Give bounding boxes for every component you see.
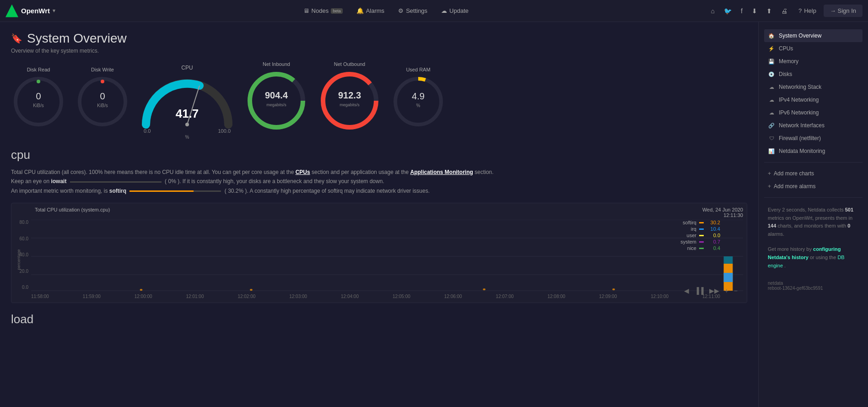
sidebar-item-networking-stack[interactable]: ☁ Networking Stack — [764, 81, 863, 93]
page-header: 🔖 System Overview Overview of the key sy… — [11, 31, 747, 54]
disk-read-gauge[interactable]: Disk Read 0 KiB/s — [11, 67, 66, 129]
svg-point-32 — [483, 288, 485, 290]
softirq-label: softirq — [109, 188, 126, 194]
svg-text:41.7: 41.7 — [176, 107, 199, 120]
sidebar-item-firewall[interactable]: 🛡 Firewall (netfilter) — [764, 132, 863, 145]
print-icon[interactable]: 🖨 — [777, 5, 791, 17]
nav-nodes[interactable]: 🖥 Nodes beta — [298, 5, 348, 17]
nav-update[interactable]: ☁ Update — [436, 5, 474, 17]
sidebar-item-cpus[interactable]: ⚡ CPUs — [764, 42, 863, 55]
cpu-desc-3: section. — [474, 169, 493, 175]
page-subtitle: Overview of the key system metrics. — [11, 48, 747, 54]
cpu-gauge[interactable]: CPU 41.7 0.0 — [139, 65, 235, 131]
cpu-section-title: cpu — [11, 148, 747, 162]
used-ram-label: Used RAM — [391, 67, 446, 72]
upload-icon[interactable]: ⬆ — [763, 5, 776, 17]
svg-text:megabits/s: megabits/s — [340, 103, 360, 107]
chart-play-fwd[interactable]: ▶▶ — [707, 286, 721, 295]
apps-link[interactable]: Applications Monitoring — [410, 169, 473, 175]
cpu-chart-svg[interactable] — [31, 220, 743, 293]
bell-icon: 🔔 — [356, 7, 364, 14]
sidebar-history-info: Get more history by configuring Netdata'… — [764, 242, 863, 273]
chart-zoom-out[interactable]: − — [732, 286, 739, 295]
sidebar-label-firewall: Firewall (netfilter) — [779, 135, 821, 141]
softirq-legend-dot — [699, 222, 704, 223]
facebook-icon[interactable]: f — [737, 5, 746, 17]
chart-y-axis-label: percentage — [16, 249, 21, 270]
sidebar-item-ipv6[interactable]: ☁ IPv6 Networking — [764, 106, 863, 119]
main-layout: 🔖 System Overview Overview of the key sy… — [0, 22, 868, 407]
svg-text:0: 0 — [36, 91, 41, 101]
svg-point-21 — [395, 79, 441, 125]
chart-play-back[interactable]: ◀ — [682, 286, 691, 295]
sidebar-label-ipv4: IPv4 Networking — [779, 97, 819, 103]
used-ram-gauge[interactable]: Used RAM 4.9 % — [391, 67, 446, 129]
cpu-desc-1: Total CPU utilization (all cores). 100% … — [11, 169, 294, 175]
cpu-range-max: 100.0 — [218, 128, 231, 134]
sidebar-label-cpus: CPUs — [779, 45, 793, 52]
nodes-label: Nodes — [312, 7, 329, 14]
svg-text:%: % — [416, 103, 421, 108]
github-icon[interactable]: ⌂ — [707, 5, 718, 17]
sidebar-nav: 🏠 System Overview ⚡ CPUs 💾 Memory 💿 Disk… — [764, 29, 863, 157]
add-more-charts-button[interactable]: + Add more charts — [764, 167, 863, 180]
svg-point-5 — [80, 79, 125, 125]
cpu-description: Total CPU utilization (all cores). 100% … — [11, 168, 747, 195]
help-icon: ? — [798, 7, 802, 14]
sidebar-label-memory: Memory — [779, 58, 798, 65]
cpu-gauge-svg: 41.7 — [139, 72, 235, 131]
load-section-title: load — [11, 312, 747, 326]
softirq-value: ( 30.2% ). — [225, 188, 248, 194]
net-inbound-gauge[interactable]: Net Inbound 904.4 megabits/s — [244, 61, 308, 134]
sidebar-item-memory[interactable]: 💾 Memory — [764, 55, 863, 68]
irq-legend-dot — [699, 228, 704, 230]
svg-point-30 — [140, 289, 143, 291]
nav-settings[interactable]: ⚙ Settings — [393, 5, 433, 17]
softirq-bar — [129, 190, 221, 192]
svg-text:0: 0 — [100, 91, 105, 101]
sidebar-item-netdata-monitoring[interactable]: 📊 Netdata Monitoring — [764, 145, 863, 157]
nav-help[interactable]: ? Help — [793, 5, 822, 17]
help-label: Help — [804, 7, 816, 14]
sidebar-divider-2 — [764, 197, 863, 198]
disk-write-gauge[interactable]: Disk Write 0 KiB/s — [75, 67, 130, 129]
cpu-chart: Total CPU utilization (system.cpu) Wed, … — [11, 203, 747, 303]
app-logo[interactable]: OpenWrt ▾ — [5, 5, 55, 17]
sidebar-footer: netdata reboot-13624-gef63bc9591 — [764, 277, 863, 294]
nav-center: 🖥 Nodes beta 🔔 Alarms ⚙ Settings ☁ Updat… — [65, 5, 707, 17]
download-icon[interactable]: ⬇ — [748, 5, 761, 17]
legend-item-system: system 0.7 — [680, 239, 720, 244]
iowait-value: ( 0% ). — [165, 178, 181, 185]
sidebar-item-system-overview[interactable]: 🏠 System Overview — [764, 29, 863, 42]
history-or: or using the — [810, 255, 838, 260]
net-inbound-label: Net Inbound — [244, 61, 308, 67]
net-inbound-svg: 904.4 megabits/s — [244, 69, 308, 133]
add-more-alarms-button[interactable]: + Add more alarms — [764, 180, 863, 193]
logo-dropdown-icon[interactable]: ▾ — [53, 8, 55, 14]
nice-legend-dot — [699, 248, 704, 249]
signin-button[interactable]: → Sign In — [824, 5, 863, 17]
system-legend-dot — [699, 241, 704, 243]
ipv6-icon: ☁ — [768, 110, 775, 116]
chart-pause[interactable]: ▐▐ — [693, 286, 706, 295]
svg-point-4 — [37, 80, 40, 83]
chart-zoom-in[interactable]: + — [723, 286, 730, 295]
twitter-icon[interactable]: 🐦 — [720, 5, 735, 17]
bookmark-icon: 🔖 — [11, 33, 22, 44]
nav-alarms[interactable]: 🔔 Alarms — [351, 5, 390, 17]
net-outbound-label: Net Outbound — [318, 61, 382, 67]
net-outbound-gauge[interactable]: Net Outbound 912.3 megabits/s — [318, 61, 382, 134]
cloud-net-icon: ☁ — [768, 84, 775, 90]
chart-controls: ◀ ▐▐ ▶▶ + − — [682, 286, 739, 295]
svg-rect-35 — [724, 273, 733, 282]
sidebar-label-network-interfaces: Network Interfaces — [779, 122, 825, 129]
cpus-link[interactable]: CPUs — [296, 169, 310, 175]
sidebar-item-disks[interactable]: 💿 Disks — [764, 68, 863, 81]
chart-icon: 📊 — [768, 148, 775, 154]
svg-text:912.3: 912.3 — [338, 90, 361, 100]
page-title-container: 🔖 System Overview — [11, 31, 747, 46]
sidebar-item-network-interfaces[interactable]: 🔗 Network Interfaces — [764, 119, 863, 132]
shield-icon: 🛡 — [768, 136, 775, 141]
svg-text:4.9: 4.9 — [412, 91, 425, 101]
sidebar-item-ipv4[interactable]: ☁ IPv4 Networking — [764, 93, 863, 106]
